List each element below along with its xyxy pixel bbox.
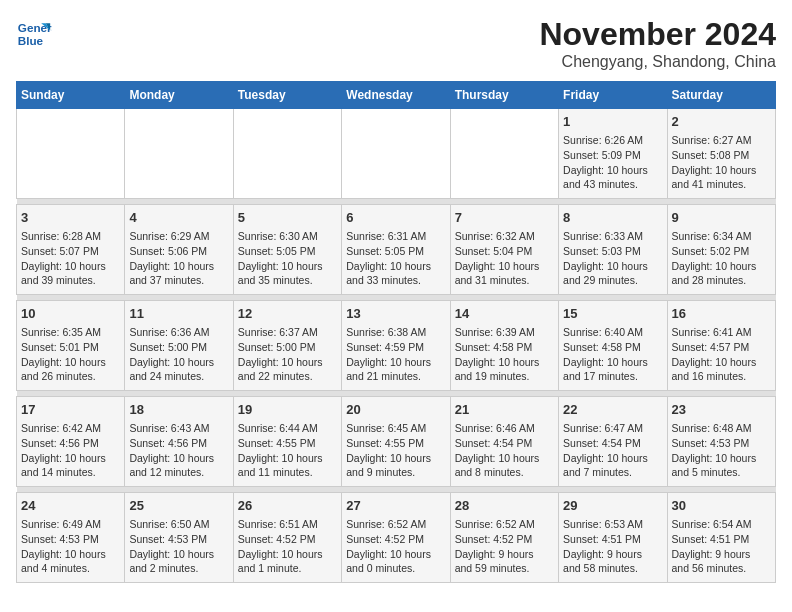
day-info-line: Sunrise: 6:33 AM [563, 229, 662, 244]
calendar-cell: 1Sunrise: 6:26 AMSunset: 5:09 PMDaylight… [559, 109, 667, 199]
calendar-cell: 6Sunrise: 6:31 AMSunset: 5:05 PMDaylight… [342, 205, 450, 295]
day-info-line: Daylight: 10 hours [21, 451, 120, 466]
day-info-line: Daylight: 10 hours [563, 259, 662, 274]
day-info-line: and 59 minutes. [455, 561, 554, 576]
calendar-cell: 19Sunrise: 6:44 AMSunset: 4:55 PMDayligh… [233, 397, 341, 487]
day-number: 28 [455, 497, 554, 515]
day-info-line: Daylight: 9 hours [672, 547, 771, 562]
day-info-line: and 5 minutes. [672, 465, 771, 480]
day-info-line: Daylight: 10 hours [346, 355, 445, 370]
day-number: 29 [563, 497, 662, 515]
calendar-cell: 8Sunrise: 6:33 AMSunset: 5:03 PMDaylight… [559, 205, 667, 295]
day-info-line: Sunrise: 6:29 AM [129, 229, 228, 244]
calendar-cell: 17Sunrise: 6:42 AMSunset: 4:56 PMDayligh… [17, 397, 125, 487]
day-info-line: Daylight: 10 hours [129, 259, 228, 274]
day-info-line: and 7 minutes. [563, 465, 662, 480]
logo-icon: General Blue [16, 16, 52, 52]
day-info-line: and 11 minutes. [238, 465, 337, 480]
day-info-line: Sunrise: 6:48 AM [672, 421, 771, 436]
day-info-line: Sunrise: 6:52 AM [346, 517, 445, 532]
day-info-line: Sunset: 5:07 PM [21, 244, 120, 259]
day-info-line: Sunset: 4:52 PM [238, 532, 337, 547]
day-info-line: and 12 minutes. [129, 465, 228, 480]
day-info-line: Sunrise: 6:49 AM [21, 517, 120, 532]
calendar-cell: 21Sunrise: 6:46 AMSunset: 4:54 PMDayligh… [450, 397, 558, 487]
day-info-line: Sunrise: 6:27 AM [672, 133, 771, 148]
day-number: 19 [238, 401, 337, 419]
day-info-line: Sunset: 4:58 PM [563, 340, 662, 355]
calendar-cell: 27Sunrise: 6:52 AMSunset: 4:52 PMDayligh… [342, 493, 450, 583]
calendar-table: SundayMondayTuesdayWednesdayThursdayFrid… [16, 81, 776, 583]
day-info-line: Sunrise: 6:42 AM [21, 421, 120, 436]
day-info-line: Daylight: 10 hours [563, 355, 662, 370]
day-number: 12 [238, 305, 337, 323]
day-info-line: Daylight: 10 hours [455, 355, 554, 370]
weekday-header-monday: Monday [125, 82, 233, 109]
calendar-cell: 11Sunrise: 6:36 AMSunset: 5:00 PMDayligh… [125, 301, 233, 391]
day-info-line: Sunset: 5:04 PM [455, 244, 554, 259]
calendar-cell [450, 109, 558, 199]
day-number: 18 [129, 401, 228, 419]
day-info-line: Daylight: 10 hours [21, 355, 120, 370]
calendar-week-5: 24Sunrise: 6:49 AMSunset: 4:53 PMDayligh… [17, 493, 776, 583]
calendar-cell [233, 109, 341, 199]
weekday-header-row: SundayMondayTuesdayWednesdayThursdayFrid… [17, 82, 776, 109]
day-info-line: Sunrise: 6:45 AM [346, 421, 445, 436]
weekday-header-thursday: Thursday [450, 82, 558, 109]
day-number: 17 [21, 401, 120, 419]
calendar-cell: 4Sunrise: 6:29 AMSunset: 5:06 PMDaylight… [125, 205, 233, 295]
day-info-line: and 28 minutes. [672, 273, 771, 288]
weekday-header-sunday: Sunday [17, 82, 125, 109]
day-info-line: Daylight: 10 hours [672, 163, 771, 178]
day-info-line: Daylight: 10 hours [455, 451, 554, 466]
day-info-line: Sunset: 4:56 PM [21, 436, 120, 451]
day-info-line: Sunset: 4:55 PM [238, 436, 337, 451]
calendar-cell [342, 109, 450, 199]
day-info-line: and 31 minutes. [455, 273, 554, 288]
calendar-cell: 18Sunrise: 6:43 AMSunset: 4:56 PMDayligh… [125, 397, 233, 487]
calendar-cell: 10Sunrise: 6:35 AMSunset: 5:01 PMDayligh… [17, 301, 125, 391]
calendar-cell: 2Sunrise: 6:27 AMSunset: 5:08 PMDaylight… [667, 109, 775, 199]
calendar-week-4: 17Sunrise: 6:42 AMSunset: 4:56 PMDayligh… [17, 397, 776, 487]
day-info-line: and 17 minutes. [563, 369, 662, 384]
day-info-line: Sunset: 4:54 PM [563, 436, 662, 451]
day-info-line: Daylight: 10 hours [563, 163, 662, 178]
day-info-line: Sunset: 4:52 PM [455, 532, 554, 547]
day-number: 8 [563, 209, 662, 227]
day-info-line: Daylight: 10 hours [672, 259, 771, 274]
day-info-line: Sunrise: 6:34 AM [672, 229, 771, 244]
day-info-line: Daylight: 9 hours [563, 547, 662, 562]
day-info-line: Sunrise: 6:44 AM [238, 421, 337, 436]
day-number: 15 [563, 305, 662, 323]
weekday-header-saturday: Saturday [667, 82, 775, 109]
day-info-line: and 0 minutes. [346, 561, 445, 576]
day-info-line: and 16 minutes. [672, 369, 771, 384]
day-number: 21 [455, 401, 554, 419]
calendar-week-1: 1Sunrise: 6:26 AMSunset: 5:09 PMDaylight… [17, 109, 776, 199]
day-info-line: Sunrise: 6:39 AM [455, 325, 554, 340]
day-info-line: Sunset: 5:06 PM [129, 244, 228, 259]
day-info-line: Sunrise: 6:38 AM [346, 325, 445, 340]
day-number: 6 [346, 209, 445, 227]
day-info-line: Sunset: 5:00 PM [238, 340, 337, 355]
calendar-cell: 28Sunrise: 6:52 AMSunset: 4:52 PMDayligh… [450, 493, 558, 583]
day-info-line: Daylight: 10 hours [346, 259, 445, 274]
day-number: 26 [238, 497, 337, 515]
day-info-line: Sunrise: 6:54 AM [672, 517, 771, 532]
day-info-line: Sunrise: 6:47 AM [563, 421, 662, 436]
day-info-line: Sunset: 4:53 PM [672, 436, 771, 451]
day-number: 13 [346, 305, 445, 323]
day-number: 20 [346, 401, 445, 419]
day-info-line: and 22 minutes. [238, 369, 337, 384]
day-number: 30 [672, 497, 771, 515]
calendar-cell: 24Sunrise: 6:49 AMSunset: 4:53 PMDayligh… [17, 493, 125, 583]
day-number: 7 [455, 209, 554, 227]
day-number: 11 [129, 305, 228, 323]
day-info-line: Sunrise: 6:53 AM [563, 517, 662, 532]
day-info-line: Daylight: 10 hours [346, 451, 445, 466]
day-number: 27 [346, 497, 445, 515]
calendar-cell: 14Sunrise: 6:39 AMSunset: 4:58 PMDayligh… [450, 301, 558, 391]
day-info-line: Daylight: 10 hours [129, 547, 228, 562]
day-info-line: Sunrise: 6:43 AM [129, 421, 228, 436]
weekday-header-wednesday: Wednesday [342, 82, 450, 109]
